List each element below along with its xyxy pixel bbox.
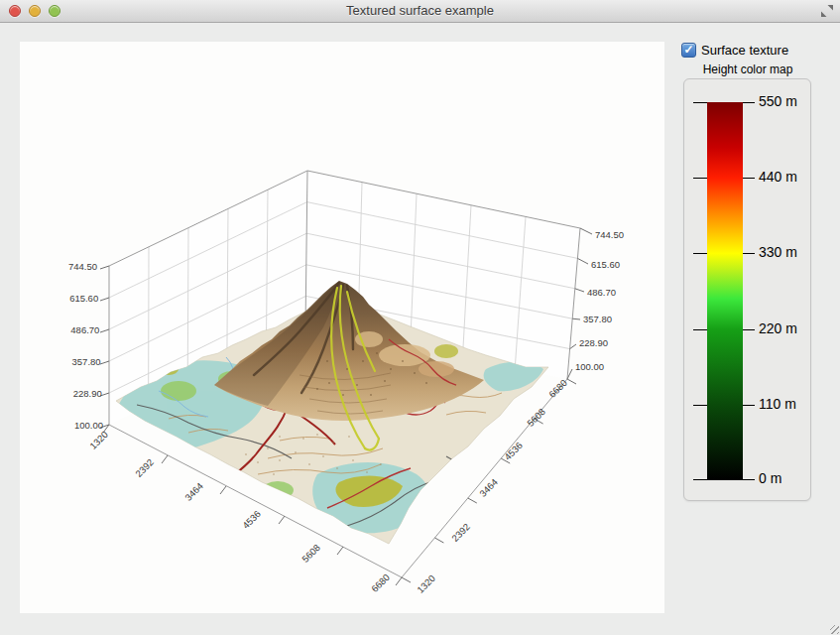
z-axis-tick-label: 1320 <box>415 572 437 595</box>
y-axis-tick-label: 100.00 <box>575 361 604 372</box>
z-axis-tick-label: 2392 <box>449 521 472 544</box>
x-axis-tick-label: 6680 <box>369 572 392 594</box>
y-axis-tick-label: 228.90 <box>73 388 102 399</box>
y-axis-tick-label: 357.80 <box>72 356 101 367</box>
colormap-tick-label: 550 m <box>759 93 797 109</box>
colormap-gradient-bar <box>707 102 743 480</box>
surface-texture-control[interactable]: ✓ Surface texture <box>681 43 788 58</box>
z-axis-tick-label: 5608 <box>525 406 547 429</box>
y-axis-tick-label: 744.50 <box>595 229 624 240</box>
y-axis-tick-label: 615.60 <box>69 293 98 304</box>
colormap-title: Height color map <box>683 63 812 76</box>
surface-texture-checkbox[interactable]: ✓ <box>681 43 696 58</box>
colormap-tick-label: 0 m <box>759 470 781 486</box>
colormap-tick-label: 220 m <box>759 320 797 336</box>
x-axis-tick-label: 3464 <box>182 480 205 503</box>
y-axis-tick-label: 228.90 <box>579 337 608 348</box>
fullscreen-icon[interactable] <box>820 4 834 18</box>
x-axis-tick-label: 2392 <box>133 456 156 479</box>
y-axis-labels-right: 744.50 615.60 486.70 357.80 228.90 100.0… <box>575 229 624 372</box>
surface-plot-canvas[interactable]: 744.50 615.60 486.70 357.80 228.90 100.0… <box>20 42 664 613</box>
close-button[interactable] <box>9 5 21 17</box>
x-axis-tick-label: 1320 <box>87 429 110 451</box>
colormap-tick-label: 330 m <box>759 244 797 260</box>
y-axis-tick-label: 744.50 <box>68 261 97 272</box>
surface-texture-label[interactable]: Surface texture <box>701 43 788 58</box>
resize-grip[interactable] <box>830 625 839 634</box>
y-axis-tick-label: 357.80 <box>583 314 612 324</box>
colormap-tick-label: 440 m <box>759 169 797 185</box>
y-axis-tick-label: 615.60 <box>591 259 620 270</box>
colormap-tick-label: 110 m <box>759 396 796 412</box>
x-axis-tick-label: 5608 <box>300 542 322 565</box>
window-title: Textured surface example <box>0 0 840 22</box>
y-axis-tick-label: 486.70 <box>70 324 99 335</box>
zoom-button[interactable] <box>49 5 60 17</box>
minimize-button[interactable] <box>29 5 41 17</box>
colormap-panel: 550 m 440 m 330 m 220 m 110 m 0 m <box>683 78 811 501</box>
x-axis-tick-label: 4536 <box>240 508 263 531</box>
z-axis-tick-label: 3464 <box>477 476 500 499</box>
titlebar[interactable]: Textured surface example <box>0 0 840 23</box>
y-axis-tick-label: 486.70 <box>587 287 616 298</box>
y-axis-labels-left: 744.50 615.60 486.70 357.80 228.90 100.0… <box>68 261 103 431</box>
surface-plot-panel: 744.50 615.60 486.70 357.80 228.90 100.0… <box>20 42 664 613</box>
y-axis-tick-label: 100.00 <box>74 420 103 431</box>
app-window: { "window": { "title": "Textured surface… <box>0 0 840 635</box>
z-axis-tick-label: 4536 <box>502 440 525 462</box>
